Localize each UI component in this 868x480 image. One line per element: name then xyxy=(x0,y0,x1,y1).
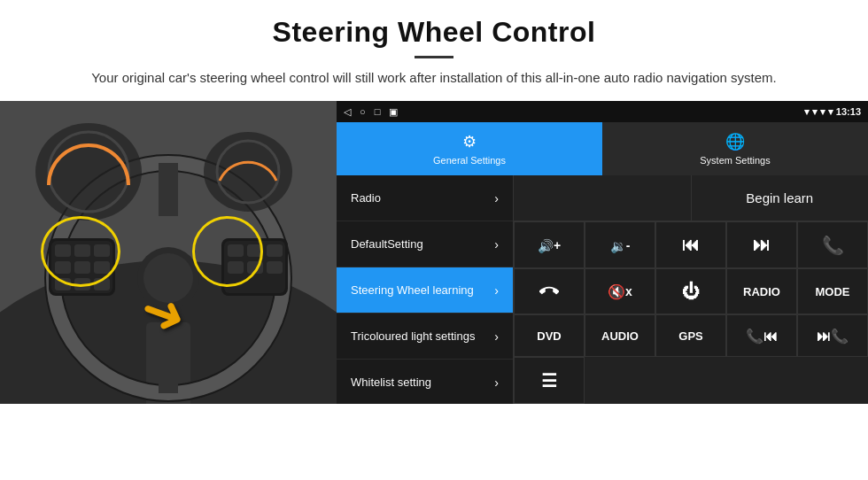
prev-track-button[interactable]: ⏮ xyxy=(655,221,726,268)
call-end-button[interactable] xyxy=(514,268,585,314)
menu-radio-label: Radio xyxy=(351,191,381,205)
title-divider xyxy=(415,56,453,58)
svg-rect-14 xyxy=(74,244,90,257)
tel-prev-button[interactable]: 📞⏮ xyxy=(726,314,797,357)
svg-rect-25 xyxy=(247,244,263,257)
screenshot-icon: ▣ xyxy=(389,106,398,118)
list-button[interactable]: ☰ xyxy=(514,357,585,404)
radio-button[interactable]: RADIO xyxy=(726,268,797,314)
right-panel: Begin learn 🔊 + 🔉 - ⏮ xyxy=(514,175,868,404)
menu-item-whitelist[interactable]: Whitelist setting › xyxy=(337,360,513,404)
menu-whitelist-arrow: › xyxy=(494,375,499,390)
menu-tricoloured-label: Tricoloured light settings xyxy=(351,329,475,343)
clock: ▾ ▾ 13:13 xyxy=(820,106,861,117)
signal-icon: ▾ ▾ xyxy=(804,106,820,117)
svg-rect-15 xyxy=(94,244,110,257)
power-button[interactable]: ⏻ xyxy=(655,268,726,314)
svg-rect-16 xyxy=(55,261,71,274)
subtitle: Your original car's steering wheel contr… xyxy=(53,67,815,89)
home-icon: ○ xyxy=(360,106,366,117)
empty-cell xyxy=(514,175,692,221)
power-icon: ⏻ xyxy=(682,282,700,302)
tab-bar: ⚙ General Settings 🌐 System Settings xyxy=(337,122,868,175)
begin-learn-button[interactable]: Begin learn xyxy=(692,175,869,221)
menu-item-tricoloured[interactable]: Tricoloured light settings › xyxy=(337,314,513,360)
tel-next-button[interactable]: ⏭📞 xyxy=(797,314,868,357)
prev-track-icon: ⏮ xyxy=(682,235,700,255)
gps-button[interactable]: GPS xyxy=(655,314,726,357)
audio-button[interactable]: AUDIO xyxy=(585,314,655,357)
phone-answer-button[interactable]: 📞 xyxy=(797,221,868,268)
radio-label: RADIO xyxy=(743,285,780,298)
svg-rect-24 xyxy=(228,244,244,257)
status-bar: ◁ ○ □ ▣ ▾ ▾ ▾ ▾ 13:13 xyxy=(337,101,868,122)
svg-text:🔉: 🔉 xyxy=(610,237,627,253)
tab-system[interactable]: 🌐 System Settings xyxy=(602,122,868,175)
main-content: Radio › DefaultSetting › Steering Wheel … xyxy=(337,175,868,404)
vol-up-button[interactable]: 🔊 + xyxy=(514,221,585,268)
list-icon: ☰ xyxy=(541,370,557,391)
recent-icon: □ xyxy=(375,106,381,117)
svg-text:🔊: 🔊 xyxy=(538,237,554,253)
mute-icon: 🔇 xyxy=(608,283,625,300)
back-icon: ◁ xyxy=(344,106,351,118)
general-settings-icon: ⚙ xyxy=(462,132,477,151)
begin-learn-label: Begin learn xyxy=(746,190,813,205)
android-panel: ◁ ○ □ ▣ ▾ ▾ ▾ ▾ 13:13 ⚙ General Settings… xyxy=(337,101,868,404)
begin-learn-row: Begin learn xyxy=(514,175,868,221)
menu-tricoloured-arrow: › xyxy=(494,329,499,344)
menu-item-default[interactable]: DefaultSetting › xyxy=(337,221,513,267)
svg-rect-17 xyxy=(74,261,90,274)
svg-rect-19 xyxy=(55,278,71,290)
audio-label: AUDIO xyxy=(601,329,639,343)
svg-rect-27 xyxy=(228,261,244,274)
tab-system-label: System Settings xyxy=(700,155,770,166)
system-settings-icon: 🌐 xyxy=(725,132,745,151)
menu-item-radio[interactable]: Radio › xyxy=(337,175,513,221)
svg-rect-18 xyxy=(94,261,110,274)
mute-button[interactable]: 🔇 x xyxy=(585,268,655,314)
tel-prev-icon: 📞⏮ xyxy=(746,328,778,345)
svg-rect-20 xyxy=(74,278,90,290)
menu-steering-label: Steering Wheel learning xyxy=(351,283,474,297)
status-time: ▾ ▾ ▾ ▾ 13:13 xyxy=(804,106,861,118)
next-track-button[interactable]: ⏭ xyxy=(726,221,797,268)
status-bar-left: ◁ ○ □ ▣ xyxy=(344,106,398,118)
left-menu: Radio › DefaultSetting › Steering Wheel … xyxy=(337,175,514,404)
menu-default-label: DefaultSetting xyxy=(351,237,423,251)
content-row: ➜ ◁ ○ □ ▣ ▾ ▾ ▾ ▾ 13:13 ⚙ General Settin… xyxy=(0,101,868,404)
svg-rect-26 xyxy=(267,244,283,257)
car-image: ➜ xyxy=(0,101,337,404)
svg-point-10 xyxy=(143,253,193,303)
tab-general[interactable]: ⚙ General Settings xyxy=(337,122,602,175)
top-section: Steering Wheel Control Your original car… xyxy=(0,0,868,101)
tab-general-label: General Settings xyxy=(433,155,506,166)
svg-rect-21 xyxy=(94,278,110,290)
vol-down-button[interactable]: 🔉 - xyxy=(585,221,655,268)
tel-next-icon: ⏭📞 xyxy=(817,328,849,345)
next-track-icon: ⏭ xyxy=(753,235,771,255)
menu-item-steering[interactable]: Steering Wheel learning › xyxy=(337,267,513,314)
mode-label: MODE xyxy=(816,285,850,298)
svg-rect-28 xyxy=(247,261,263,274)
menu-default-arrow: › xyxy=(494,237,499,252)
gps-label: GPS xyxy=(678,329,702,343)
dvd-button[interactable]: DVD xyxy=(514,314,585,357)
page-title: Steering Wheel Control xyxy=(53,16,815,49)
call-end-icon xyxy=(539,282,559,301)
svg-rect-13 xyxy=(55,244,71,257)
svg-rect-29 xyxy=(267,261,283,274)
menu-radio-arrow: › xyxy=(494,191,499,205)
phone-icon: 📞 xyxy=(822,235,844,256)
menu-steering-arrow: › xyxy=(494,283,499,298)
mode-button[interactable]: MODE xyxy=(797,268,868,314)
button-grid: 🔊 + 🔉 - ⏮ ⏭ 📞 xyxy=(514,221,868,404)
dvd-label: DVD xyxy=(537,329,561,343)
menu-whitelist-label: Whitelist setting xyxy=(351,375,431,389)
